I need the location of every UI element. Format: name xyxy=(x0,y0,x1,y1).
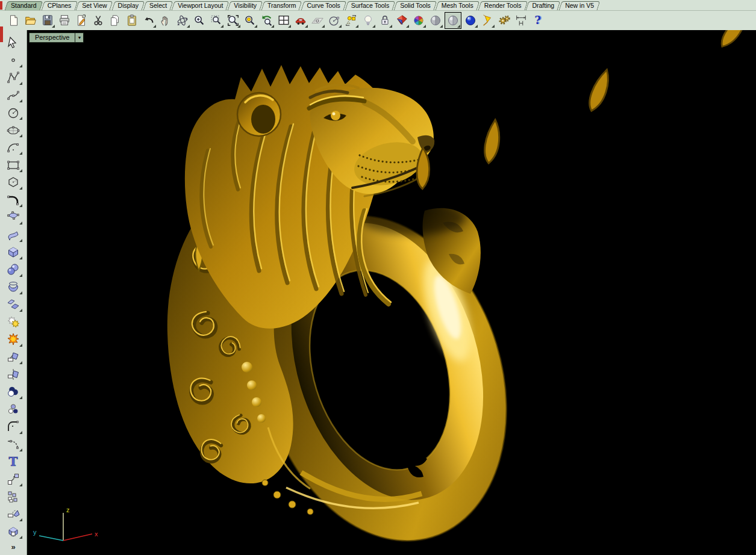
set-view-button[interactable] xyxy=(326,13,342,28)
tab-cplanes[interactable]: CPlanes xyxy=(43,1,77,10)
viewport-layout-icon xyxy=(277,14,290,27)
box-button[interactable] xyxy=(4,244,23,260)
tab-label: Surface Tools xyxy=(351,2,389,9)
dimension-button[interactable] xyxy=(513,13,529,28)
new-file-button[interactable] xyxy=(6,13,22,28)
tab-mesh-tools[interactable]: Mesh Tools xyxy=(437,1,478,10)
print-button[interactable] xyxy=(57,13,72,28)
help-button[interactable]: ?? xyxy=(530,13,546,28)
zoom-window-button[interactable] xyxy=(208,13,224,28)
zoom-dynamic-button[interactable] xyxy=(192,13,207,28)
set-cplane-button[interactable] xyxy=(310,13,325,28)
selection-filter-icon xyxy=(345,14,358,27)
paste-button[interactable] xyxy=(124,13,140,28)
selection-filter-button[interactable] xyxy=(343,13,359,28)
zoom-dynamic-icon xyxy=(193,14,206,27)
tab-solid-tools[interactable]: Solid Tools xyxy=(395,1,436,10)
text-object-button[interactable]: T xyxy=(4,454,23,470)
cut-button[interactable] xyxy=(90,13,106,28)
options-button[interactable] xyxy=(496,13,512,28)
tab-render-tools[interactable]: Render Tools xyxy=(480,1,526,10)
polygon-button[interactable] xyxy=(4,175,23,190)
render-preview-button[interactable] xyxy=(480,13,495,28)
text-object-icon: T xyxy=(6,454,20,469)
viewport-layout-button[interactable] xyxy=(276,13,292,28)
perspective-viewport[interactable]: Perspective ▼ z x y xyxy=(27,30,756,555)
tab-select[interactable]: Select xyxy=(145,1,172,10)
boolean-union-button[interactable] xyxy=(4,314,23,330)
tab-label: Transform xyxy=(267,2,296,9)
zoom-extents-button[interactable] xyxy=(225,13,241,28)
tab-set-view[interactable]: Set View xyxy=(77,1,111,10)
surface-from-points-button[interactable] xyxy=(4,209,23,225)
paste-icon xyxy=(125,14,139,27)
hide-objects-icon xyxy=(361,14,375,27)
undo-button[interactable] xyxy=(141,13,157,28)
tab-viewport-layout[interactable]: Viewport Layout xyxy=(173,1,228,10)
rotate-object-button[interactable] xyxy=(4,506,23,522)
open-file-icon xyxy=(24,14,37,27)
extrude-surface-button[interactable] xyxy=(4,297,23,312)
rendered-view-button[interactable] xyxy=(411,13,426,28)
rendered-display-button[interactable] xyxy=(463,13,478,28)
tab-surface-tools[interactable]: Surface Tools xyxy=(346,1,394,10)
ellipse-button[interactable] xyxy=(4,122,23,138)
select-button[interactable] xyxy=(4,35,23,51)
hide-objects-button[interactable] xyxy=(360,13,376,28)
curve-interpolate-button[interactable] xyxy=(4,87,23,103)
undo-view-change-button[interactable] xyxy=(259,13,275,28)
surface-loft-button[interactable] xyxy=(4,227,23,243)
single-point-button[interactable] xyxy=(4,52,23,68)
axis-z-label: z xyxy=(66,506,70,513)
more-tools-chevron[interactable]: » xyxy=(11,542,15,551)
svg-text:?: ? xyxy=(534,14,541,26)
boolean-difference-button[interactable] xyxy=(4,384,23,400)
select-icon xyxy=(6,36,20,50)
tab-transform[interactable]: Transform xyxy=(263,1,301,10)
boolean-intersection-button[interactable] xyxy=(4,402,23,417)
curve-handles-button[interactable] xyxy=(4,192,23,208)
sphere-button[interactable] xyxy=(4,262,23,278)
open-file-button[interactable] xyxy=(23,13,39,28)
tab-new-in-v5[interactable]: New in V5 xyxy=(560,1,599,10)
arc-button[interactable] xyxy=(4,140,23,155)
lock-objects-button[interactable] xyxy=(377,13,393,28)
pan-view-button[interactable] xyxy=(158,13,173,28)
rotate-view-button[interactable] xyxy=(175,13,190,28)
ghosted-display-button[interactable] xyxy=(445,12,461,29)
viewport-title-label[interactable]: Perspective xyxy=(30,33,75,42)
move-button[interactable] xyxy=(4,471,23,487)
tab-curve-tools[interactable]: Curve Tools xyxy=(302,1,345,10)
zoom-selected-button[interactable] xyxy=(242,13,258,28)
tab-drafting[interactable]: Drafting xyxy=(527,1,559,10)
cylinder-button[interactable] xyxy=(4,279,23,295)
copy-object-button[interactable] xyxy=(4,489,23,504)
blend-curve-button[interactable] xyxy=(4,436,23,452)
cut-icon xyxy=(92,14,105,27)
tab-display[interactable]: Display xyxy=(113,1,143,10)
shade-view-button[interactable] xyxy=(394,13,410,28)
named-view-button[interactable] xyxy=(293,13,308,28)
cage-edit-button[interactable] xyxy=(4,524,23,539)
zoom-window-icon xyxy=(210,14,223,27)
tab-visibility[interactable]: Visibility xyxy=(229,1,261,10)
shaded-display-button[interactable] xyxy=(428,13,443,28)
surface-from-points-icon xyxy=(6,210,20,225)
sidebar-grip[interactable] xyxy=(0,26,3,42)
edit-page-button[interactable] xyxy=(73,13,89,28)
rectangle-button[interactable] xyxy=(4,157,23,173)
copy-button[interactable] xyxy=(107,13,123,28)
tab-standard[interactable]: Standard xyxy=(6,1,42,10)
ring-render xyxy=(27,30,756,555)
split-button[interactable] xyxy=(4,367,23,382)
viewport-title[interactable]: Perspective ▼ xyxy=(29,33,84,43)
explode-button[interactable] xyxy=(4,332,23,347)
circle-button[interactable] xyxy=(4,105,23,120)
fillet-curve-button[interactable] xyxy=(4,419,23,435)
trim-button[interactable] xyxy=(4,349,23,365)
rendered-display-icon xyxy=(464,14,477,27)
viewport-dropdown-icon[interactable]: ▼ xyxy=(75,33,83,42)
save-file-button[interactable] xyxy=(40,13,55,28)
polyline-button[interactable] xyxy=(4,70,23,85)
single-point-icon xyxy=(6,53,20,67)
